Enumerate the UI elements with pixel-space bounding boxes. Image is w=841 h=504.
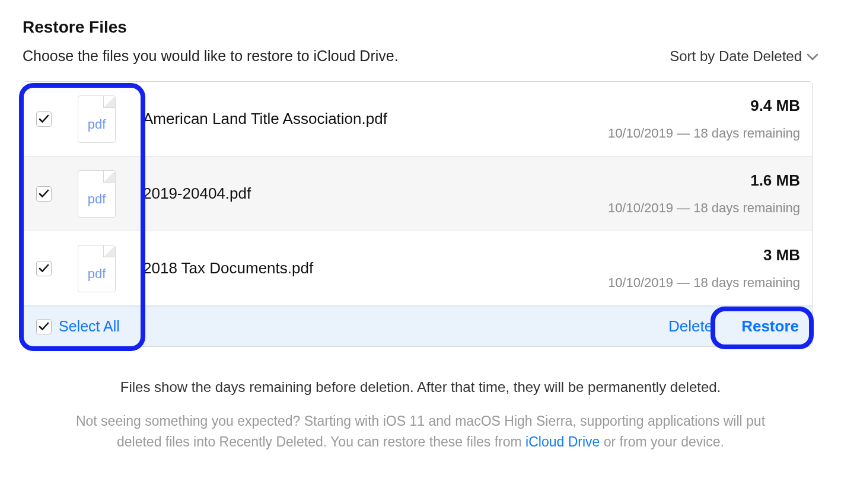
file-row[interactable]: pdf 2018 Tax Documents.pdf 3 MB 10/10/20… [23, 231, 812, 306]
file-size: 9.4 MB [608, 97, 800, 115]
icloud-drive-link[interactable]: iCloud Drive [525, 434, 600, 449]
file-size: 3 MB [608, 246, 800, 264]
select-all-label[interactable]: Select All [59, 318, 120, 335]
info-text-primary: Files show the days remaining before del… [58, 379, 783, 395]
page-subtitle: Choose the files you would like to resto… [23, 47, 399, 65]
file-name: 2018 Tax Documents.pdf [143, 259, 608, 277]
file-size: 1.6 MB [608, 171, 800, 190]
file-list: pdf American Land Title Association.pdf … [23, 81, 813, 347]
file-meta: 10/10/2019 — 18 days remaining [608, 126, 800, 141]
file-name: 2019-20404.pdf [143, 184, 608, 203]
file-name: American Land Title Association.pdf [143, 110, 608, 128]
info-text-secondary: Not seeing something you expected? Start… [58, 411, 783, 452]
file-meta: 10/10/2019 — 18 days remaining [608, 275, 800, 291]
delete-button[interactable]: Delete [668, 317, 713, 336]
row-checkbox[interactable] [36, 261, 52, 276]
sort-label: Sort by Date Deleted [670, 48, 802, 65]
restore-button[interactable]: Restore [741, 317, 799, 336]
pdf-file-icon: pdf [78, 245, 116, 292]
pdf-file-icon: pdf [78, 170, 116, 218]
row-checkbox[interactable] [36, 186, 52, 202]
file-row[interactable]: pdf American Land Title Association.pdf … [23, 82, 812, 157]
file-meta: 10/10/2019 — 18 days remaining [608, 200, 800, 216]
chevron-down-icon [807, 48, 818, 65]
list-footer-bar: Select All Delete Restore [23, 306, 812, 346]
sort-dropdown[interactable]: Sort by Date Deleted [670, 48, 818, 65]
file-row[interactable]: pdf 2019-20404.pdf 1.6 MB 10/10/2019 — 1… [23, 157, 812, 231]
row-checkbox[interactable] [36, 111, 52, 127]
page-title: Restore Files [23, 18, 818, 37]
pdf-file-icon: pdf [78, 95, 116, 143]
select-all-checkbox[interactable] [36, 319, 52, 334]
